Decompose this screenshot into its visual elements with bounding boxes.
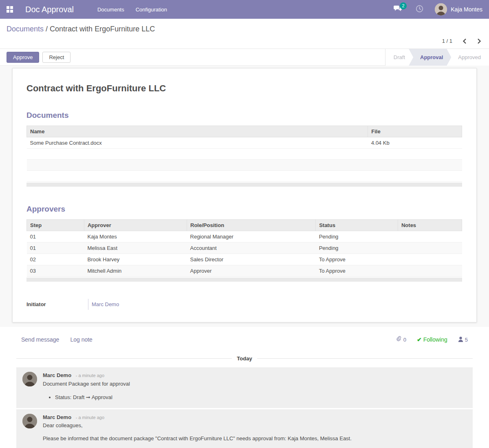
message-author[interactable]: Marc Demo <box>43 372 71 378</box>
initiator-value-link[interactable]: Marc Demo <box>92 301 119 307</box>
document-file-cell: 4.04 Kb <box>368 137 462 149</box>
control-panel: Approve Reject Draft Approval Approved <box>0 49 489 66</box>
log-note-button[interactable]: Log note <box>70 336 93 343</box>
chatter: Send message Log note 0 ✔ Following <box>0 327 489 448</box>
pager-previous-icon[interactable] <box>462 38 467 44</box>
approvers-col-status[interactable]: Status <box>316 220 398 231</box>
page-title: Contract with ErgoFurniture LLC <box>26 83 462 94</box>
step-cell: 03 <box>27 265 84 277</box>
message-avatar <box>22 372 37 386</box>
document-sheet: Contract with ErgoFurniture LLC Document… <box>12 68 477 322</box>
approver-cell: Mitchell Admin <box>84 265 187 277</box>
user-avatar[interactable] <box>435 3 447 15</box>
breadcrumb: Documents / Contract with ErgoFurniture … <box>0 19 489 33</box>
nav-menu-configuration[interactable]: Configuration <box>136 7 167 13</box>
approve-button[interactable]: Approve <box>7 52 39 63</box>
clock-icon <box>416 5 423 14</box>
date-divider-label: Today <box>232 355 257 362</box>
message-author[interactable]: Marc Demo <box>43 414 71 420</box>
pager: 1 / 1 <box>0 33 489 49</box>
approver-cell: Brook Harvey <box>84 254 187 265</box>
table-row[interactable]: 03 Mitchell Admin Approver To Approve <box>27 265 462 277</box>
notes-cell <box>398 243 462 254</box>
initiator-label: Initiator <box>26 301 88 307</box>
document-name-cell: Some Purchase Contract.docx <box>27 137 368 149</box>
attachments-button[interactable]: 0 <box>396 336 406 343</box>
user-menu[interactable]: Kaja Montes <box>451 6 482 13</box>
table-row[interactable]: 01 Kaja Montes Regional Manager Pending <box>27 231 462 243</box>
step-cell: 01 <box>27 231 84 243</box>
attachments-count: 0 <box>403 337 406 343</box>
approvers-section-heading: Approvers <box>26 205 462 214</box>
approvers-col-step[interactable]: Step <box>27 220 84 231</box>
documents-table-footer <box>26 183 462 187</box>
form-view-background: Contract with ErgoFurniture LLC Document… <box>0 66 489 327</box>
message-timestamp: - a minute ago <box>76 415 104 420</box>
approvers-col-approver[interactable]: Approver <box>84 220 187 231</box>
role-cell: Accountant <box>187 243 316 254</box>
table-row[interactable]: Some Purchase Contract.docx 4.04 Kb <box>27 137 462 149</box>
messages-count-badge: 2 <box>400 2 407 9</box>
following-label: Following <box>423 336 447 343</box>
notes-cell <box>398 254 462 265</box>
date-divider: Today <box>16 355 473 362</box>
role-cell: Approver <box>187 265 316 277</box>
documents-table: Name File Some Purchase Contract.docx 4.… <box>26 126 462 182</box>
statusbar-step-draft[interactable]: Draft <box>385 49 413 66</box>
statusbar-step-approved[interactable]: Approved <box>447 49 489 66</box>
documents-section-heading: Documents <box>26 111 462 120</box>
table-row <box>27 171 462 182</box>
approvers-table: Step Approver Role/Position Status Notes… <box>26 219 462 277</box>
approvers-col-role[interactable]: Role/Position <box>187 220 316 231</box>
tracking-value: Status: Draft ➞ Approval <box>55 394 130 402</box>
message-item: Marc Demo - a minute ago Dear colleagues… <box>16 409 473 448</box>
followers-count: 5 <box>465 337 468 343</box>
approvers-col-notes[interactable]: Notes <box>398 220 462 231</box>
approver-cell: Kaja Montes <box>84 231 187 243</box>
message-avatar <box>22 414 37 428</box>
table-row <box>27 149 462 160</box>
check-icon: ✔ <box>417 336 422 343</box>
documents-col-file[interactable]: File <box>368 126 462 137</box>
message-item: Marc Demo - a minute ago Document Packag… <box>16 367 473 408</box>
status-cell: Pending <box>316 231 398 243</box>
message-text: Document Package sent for approval <box>43 380 130 388</box>
statusbar-step-approval[interactable]: Approval <box>409 49 451 66</box>
message-timestamp: - a minute ago <box>76 373 104 378</box>
status-cell: Pending <box>316 243 398 254</box>
initiator-field: Initiator Marc Demo <box>26 299 462 310</box>
step-cell: 01 <box>27 243 84 254</box>
approver-cell: Melissa East <box>84 243 187 254</box>
table-row[interactable]: 02 Brook Harvey Sales Director To Approv… <box>27 254 462 265</box>
breadcrumb-parent-link[interactable]: Documents <box>7 25 44 33</box>
send-message-button[interactable]: Send message <box>21 336 59 343</box>
notes-cell <box>398 265 462 277</box>
step-cell: 02 <box>27 254 84 265</box>
messages-button[interactable]: 2 <box>393 5 407 14</box>
reject-button[interactable]: Reject <box>42 52 70 63</box>
pager-next-icon[interactable] <box>477 38 482 44</box>
apps-menu-icon[interactable] <box>7 6 13 13</box>
status-cell: To Approve <box>316 265 398 277</box>
status-cell: To Approve <box>316 254 398 265</box>
activities-button[interactable] <box>416 5 423 14</box>
documents-col-name[interactable]: Name <box>27 126 368 137</box>
message-text: Please be informed that the document pac… <box>43 435 352 443</box>
following-button[interactable]: ✔ Following <box>417 336 447 343</box>
table-row[interactable]: 01 Melissa East Accountant Pending <box>27 243 462 254</box>
breadcrumb-separator: / <box>46 25 48 33</box>
paperclip-icon <box>396 336 402 343</box>
app-title[interactable]: Doc Approval <box>25 5 74 14</box>
statusbar: Draft Approval Approved <box>385 49 489 66</box>
table-row <box>27 160 462 171</box>
breadcrumb-current: Contract with ErgoFurniture LLC <box>50 25 155 33</box>
followers-button[interactable]: 5 <box>458 336 468 343</box>
approvers-table-footer <box>26 278 462 282</box>
role-cell: Sales Director <box>187 254 316 265</box>
notes-cell <box>398 231 462 243</box>
message-text: Dear colleagues, <box>43 422 352 430</box>
role-cell: Regional Manager <box>187 231 316 243</box>
top-navbar: Doc Approval Documents Configuration 2 <box>0 0 489 19</box>
nav-menu-documents[interactable]: Documents <box>97 7 124 13</box>
followers-icon <box>458 336 463 343</box>
